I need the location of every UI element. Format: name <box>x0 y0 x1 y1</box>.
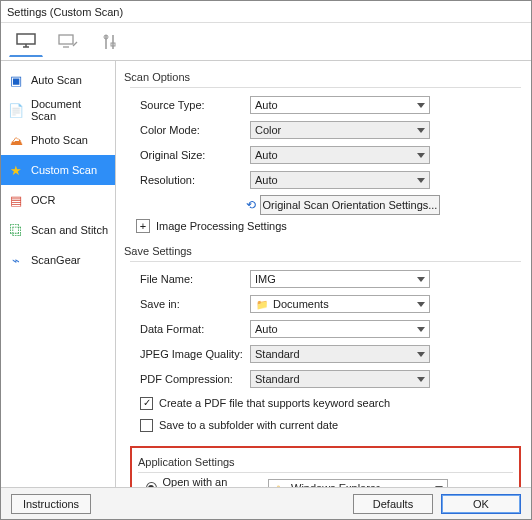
svg-rect-0 <box>17 34 35 44</box>
document-icon: 📄 <box>7 101 25 119</box>
footer: Instructions Defaults OK <box>1 487 531 519</box>
resolution-label: Resolution: <box>130 174 250 186</box>
auto-scan-icon: ▣ <box>7 71 25 89</box>
orientation-settings-button[interactable]: Original Scan Orientation Settings... <box>260 195 440 215</box>
pdf-keyword-label: Create a PDF file that supports keyword … <box>159 397 390 409</box>
sidebar-item-photo-scan[interactable]: ⛰ Photo Scan <box>1 125 115 155</box>
tab-scan-from-panel[interactable] <box>51 27 85 57</box>
sidebar-item-label: Photo Scan <box>31 134 88 146</box>
sidebar-item-label: Document Scan <box>31 98 109 122</box>
source-type-select[interactable]: Auto <box>250 96 430 114</box>
save-in-label: Save in: <box>130 298 250 310</box>
pdf-compression-select[interactable]: Standard <box>250 370 430 388</box>
body: ▣ Auto Scan 📄 Document Scan ⛰ Photo Scan… <box>1 61 531 487</box>
application-settings-highlight: Application Settings Open with an applic… <box>130 446 521 487</box>
settings-window: Settings (Custom Scan) ▣ Auto Scan 📄 Doc… <box>0 0 532 520</box>
ok-button[interactable]: OK <box>441 494 521 514</box>
sidebar-item-scangear[interactable]: ⌁ ScanGear <box>1 245 115 275</box>
image-processing-expander[interactable]: + Image Processing Settings <box>136 219 521 233</box>
save-settings-title: Save Settings <box>124 245 521 257</box>
color-mode-label: Color Mode: <box>130 124 250 136</box>
tab-general-settings[interactable] <box>93 27 127 57</box>
monitor-arrow-icon <box>57 33 79 51</box>
color-mode-select[interactable]: Color <box>250 121 430 139</box>
instructions-button[interactable]: Instructions <box>11 494 91 514</box>
pdf-keyword-checkbox[interactable]: ✓ <box>140 397 153 410</box>
sidebar-item-label: Scan and Stitch <box>31 224 108 236</box>
svg-rect-3 <box>59 35 73 44</box>
star-icon: ★ <box>7 161 25 179</box>
subfolder-label: Save to a subfolder with current date <box>159 419 338 431</box>
scan-options-title: Scan Options <box>124 71 521 83</box>
subfolder-checkbox[interactable] <box>140 419 153 432</box>
resolution-select[interactable]: Auto <box>250 171 430 189</box>
sidebar-item-label: Custom Scan <box>31 164 97 176</box>
stitch-icon: ⿻ <box>7 221 25 239</box>
source-type-label: Source Type: <box>130 99 250 111</box>
file-name-input[interactable]: IMG <box>250 270 430 288</box>
tab-scan-from-computer[interactable] <box>9 27 43 57</box>
data-format-select[interactable]: Auto <box>250 320 430 338</box>
open-with-select[interactable]: 🗂 Windows Explorer <box>268 479 448 487</box>
main-panel: Scan Options Source Type: Auto Color Mod… <box>116 61 531 487</box>
scan-options-group: Source Type: Auto Color Mode: Color Orig… <box>130 87 521 241</box>
folder-icon: 📁 <box>255 297 269 311</box>
sidebar: ▣ Auto Scan 📄 Document Scan ⛰ Photo Scan… <box>1 61 116 487</box>
photo-icon: ⛰ <box>7 131 25 149</box>
image-processing-label: Image Processing Settings <box>156 220 287 232</box>
window-title: Settings (Custom Scan) <box>1 1 531 23</box>
save-settings-group: File Name: IMG Save in: 📁 Documents Data… <box>130 261 521 440</box>
defaults-button[interactable]: Defaults <box>353 494 433 514</box>
sidebar-item-scan-stitch[interactable]: ⿻ Scan and Stitch <box>1 215 115 245</box>
sidebar-item-auto-scan[interactable]: ▣ Auto Scan <box>1 65 115 95</box>
sidebar-item-label: OCR <box>31 194 55 206</box>
ocr-icon: ▤ <box>7 191 25 209</box>
jpeg-quality-select[interactable]: Standard <box>250 345 430 363</box>
monitor-icon <box>15 32 37 50</box>
sidebar-item-custom-scan[interactable]: ★ Custom Scan <box>1 155 115 185</box>
app-settings-title: Application Settings <box>138 456 513 468</box>
original-size-select[interactable]: Auto <box>250 146 430 164</box>
save-in-select[interactable]: 📁 Documents <box>250 295 430 313</box>
reset-icon[interactable]: ⟲ <box>246 198 256 212</box>
sidebar-item-document-scan[interactable]: 📄 Document Scan <box>1 95 115 125</box>
sidebar-item-label: Auto Scan <box>31 74 82 86</box>
file-name-label: File Name: <box>130 273 250 285</box>
data-format-label: Data Format: <box>130 323 250 335</box>
tools-icon <box>99 33 121 51</box>
original-size-label: Original Size: <box>130 149 250 161</box>
jpeg-quality-label: JPEG Image Quality: <box>130 348 250 360</box>
sidebar-item-label: ScanGear <box>31 254 81 266</box>
scanner-icon: ⌁ <box>7 251 25 269</box>
open-with-label: Open with an application: <box>163 476 268 487</box>
explorer-icon: 🗂 <box>273 481 287 487</box>
toolbar <box>1 23 531 61</box>
pdf-compression-label: PDF Compression: <box>130 373 250 385</box>
plus-icon: + <box>136 219 150 233</box>
sidebar-item-ocr[interactable]: ▤ OCR <box>1 185 115 215</box>
